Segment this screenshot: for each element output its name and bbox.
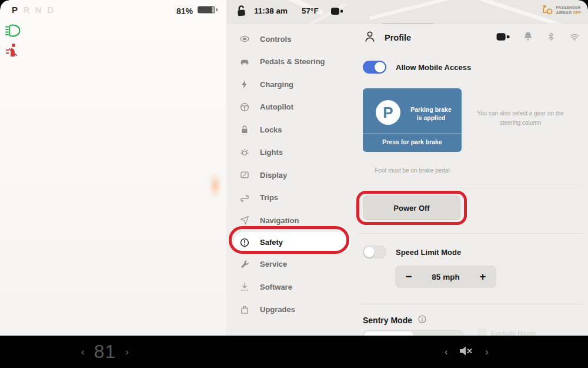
speed-limit-mode-label: Speed Limit Mode	[396, 248, 461, 257]
lightning-icon	[239, 79, 250, 89]
tail-light-glow	[211, 172, 220, 199]
menu-item-navigation[interactable]: Navigation	[233, 209, 351, 232]
gear-r: R	[24, 5, 30, 15]
gear-n: N	[35, 5, 42, 15]
volume-up-chevron[interactable]: ›	[485, 347, 488, 357]
download-icon	[239, 281, 250, 292]
seatbelt-warning-icon	[5, 42, 20, 61]
car-front-icon	[239, 34, 250, 44]
light-bulb-icon	[239, 147, 250, 158]
screen-corner	[579, 0, 588, 9]
sentry-mode-label: Sentry Mode	[363, 316, 412, 325]
gear-indicator: P R N D	[12, 5, 54, 15]
alert-circle-icon	[239, 237, 250, 248]
divider	[358, 184, 583, 184]
sentry-mode-header: Sentry Mode	[363, 314, 427, 326]
padlock-icon	[239, 124, 250, 135]
airbag-off-state: OFF	[573, 11, 581, 15]
speed-limit-stepper: − 85 mph +	[395, 266, 496, 288]
menu-item-software[interactable]: Software	[233, 276, 351, 299]
park-card-divider	[363, 133, 462, 134]
speed-limit-mode-toggle[interactable]	[363, 246, 386, 258]
wifi-icon[interactable]	[568, 31, 581, 45]
park-brake-message: Parking brake is applied	[404, 105, 458, 122]
exclude-home-checkbox[interactable]	[477, 329, 486, 336]
video-camera-icon[interactable]	[496, 31, 510, 45]
menu-item-controls[interactable]: Controls	[233, 28, 351, 51]
bell-icon[interactable]	[522, 30, 534, 45]
cabin-temperature[interactable]: 81	[94, 341, 116, 363]
unlocked-icon[interactable]	[234, 4, 248, 21]
headlight-on-icon	[5, 22, 22, 41]
menu-item-charging[interactable]: Charging	[233, 73, 351, 96]
brake-pedal-note: Foot must be on brake pedal	[363, 167, 462, 174]
allow-mobile-access-label: Allow Mobile Access	[396, 63, 471, 72]
temp-down-chevron[interactable]: ‹	[81, 346, 85, 358]
dashcam-icon[interactable]	[330, 6, 344, 19]
menu-item-display[interactable]: Display	[233, 164, 351, 187]
wrench-icon	[239, 259, 250, 270]
divider	[358, 304, 583, 304]
info-icon[interactable]	[417, 314, 427, 326]
allow-mobile-access-toggle[interactable]	[363, 61, 386, 74]
sentry-segment-selected[interactable]	[364, 331, 413, 336]
increase-speed-button[interactable]: +	[469, 270, 496, 283]
gear-note: You can also select a gear on the steeri…	[467, 109, 573, 127]
menu-item-locks[interactable]: Locks	[233, 118, 351, 141]
exclude-home-option[interactable]: Exclude Home	[477, 329, 536, 336]
menu-item-service[interactable]: Service	[233, 253, 351, 276]
safety-settings-content: Profile Al	[356, 24, 588, 336]
shopping-bag-icon	[239, 304, 250, 315]
volume-down-chevron[interactable]: ‹	[445, 347, 447, 357]
settings-panel: Controls Pedals & Steering Charging Auto…	[226, 24, 588, 336]
launcher-bar: ‹ 81 › •••	[0, 336, 588, 368]
battery-icon	[197, 5, 218, 17]
temp-up-chevron[interactable]: ›	[125, 346, 129, 358]
park-badge: P	[376, 100, 400, 125]
airbag-warning-icon	[540, 4, 553, 18]
clock: 11:38 am	[254, 6, 288, 15]
tesla-center-screen: P R N D 81%	[0, 0, 588, 368]
divider	[358, 233, 583, 234]
display-icon	[239, 170, 250, 180]
exclude-home-label: Exclude Home	[491, 330, 536, 336]
route-icon	[239, 193, 250, 203]
battery-percent: 81%	[176, 6, 193, 16]
screen-corner	[0, 0, 9, 9]
menu-item-safety[interactable]: Safety	[233, 232, 351, 253]
status-bar: 11:38 am 57°F PASSENGER AIRBAG OFF	[226, 0, 588, 24]
menu-item-trips[interactable]: Trips	[233, 187, 351, 210]
park-brake-action-label: Press for park brake	[363, 138, 462, 145]
volume-control: ‹ ›	[445, 336, 489, 368]
car-icon	[239, 57, 250, 67]
menu-item-pedals-steering[interactable]: Pedals & Steering	[233, 51, 351, 74]
profile-title[interactable]: Profile	[385, 33, 411, 42]
speed-limit-value: 85 mph	[422, 273, 469, 281]
person-icon	[363, 29, 377, 46]
climate-temperature-control: ‹ 81 ›	[81, 336, 129, 368]
power-off-button[interactable]: Power Off	[363, 195, 460, 220]
menu-item-lights[interactable]: Lights	[233, 141, 351, 164]
gear-d: D	[47, 5, 54, 15]
car-visualization-area: P R N D 81%	[0, 0, 226, 336]
park-brake-button[interactable]: P Parking brake is applied Press for par…	[363, 88, 462, 152]
navigation-arrow-icon	[239, 215, 250, 226]
speed-limit-mode-row: Speed Limit Mode	[363, 246, 461, 258]
profile-header: Profile	[363, 30, 583, 45]
battery-status: 81%	[176, 5, 218, 17]
settings-menu: Controls Pedals & Steering Charging Auto…	[233, 28, 351, 321]
decrease-speed-button[interactable]: −	[395, 270, 422, 283]
menu-item-autopilot[interactable]: Autopilot	[233, 96, 351, 119]
outside-temperature: 57°F	[302, 6, 319, 15]
allow-mobile-access-row: Allow Mobile Access	[363, 61, 471, 74]
steering-wheel-icon	[239, 102, 250, 112]
sentry-mode-segmented-control[interactable]	[363, 330, 464, 336]
bluetooth-icon[interactable]	[546, 30, 556, 45]
airbag-label: PASSENGER AIRBAG OFF	[556, 5, 581, 16]
menu-item-upgrades[interactable]: Upgrades	[233, 299, 351, 321]
gear-p: P	[12, 5, 18, 15]
passenger-airbag-status: PASSENGER AIRBAG OFF	[540, 4, 581, 18]
muted-speaker-icon[interactable]	[458, 344, 475, 360]
